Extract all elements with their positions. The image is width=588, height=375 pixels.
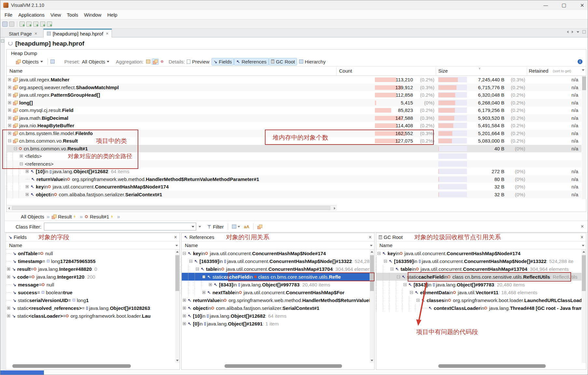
close-panel-icon[interactable] — [174, 234, 177, 240]
scrollbar-thumb[interactable] — [582, 76, 586, 90]
tree-row[interactable]: onlTable = null — [6, 249, 175, 257]
column-count[interactable]: Count — [339, 68, 352, 74]
tab-close-icon[interactable]: × — [106, 31, 108, 36]
scroll-right-icon[interactable] — [334, 207, 335, 210]
menu-applications[interactable]: Applications — [15, 12, 48, 18]
table-row[interactable]: +[10] in []java.lang.Object[]#12682 : 64… — [7, 168, 581, 175]
expander-icon[interactable]: − — [390, 268, 393, 271]
scroll-up-icon[interactable] — [176, 251, 179, 253]
tree-row[interactable]: −elementData in java.util.Vector#11 : 18… — [376, 288, 581, 296]
menu-window[interactable]: Window — [81, 12, 104, 18]
expander-icon[interactable]: − — [377, 252, 380, 255]
tree-row[interactable]: static serialVersionUID = long 1 — [6, 296, 175, 304]
column-retained[interactable]: Retained — [529, 68, 548, 74]
info-icon[interactable]: i — [578, 59, 582, 64]
pin-icon[interactable] — [73, 215, 76, 219]
column-size[interactable]: Size — [438, 68, 448, 74]
expander-icon[interactable]: + — [8, 109, 11, 112]
expander-icon[interactable]: + — [8, 132, 11, 135]
preview-toggle[interactable]: Preview — [185, 58, 211, 65]
table-row[interactable]: +java.math.BigDecimal147,588(0.3%)5,903,… — [7, 114, 581, 122]
tab-start-page[interactable]: Start Page × — [6, 30, 40, 37]
scroll-down-icon[interactable] — [371, 360, 373, 361]
expander-icon[interactable]: + — [7, 275, 10, 278]
expander-icon[interactable]: − — [8, 139, 11, 142]
panel-horizontal-scrollbar[interactable] — [225, 364, 342, 368]
add-coredump-icon[interactable] — [33, 21, 38, 27]
tree-row[interactable]: +result = java.lang.Integer#48820 : 0 — [6, 265, 175, 273]
scrollbar-thumb[interactable] — [12, 206, 330, 210]
panel-horizontal-scrollbar[interactable] — [438, 364, 546, 368]
expander-icon[interactable]: + — [8, 117, 11, 119]
expander-icon[interactable]: − — [202, 275, 205, 278]
table-row[interactable]: −<references> — [7, 160, 581, 168]
filter-type-icon[interactable] — [232, 225, 236, 229]
expander-icon[interactable]: + — [202, 291, 205, 294]
tree-row[interactable]: −table in java.util.concurrent.Concurren… — [182, 265, 370, 273]
tree-row[interactable]: −static cacheField in class cn.bms.core.… — [182, 273, 370, 281]
close-button[interactable] — [574, 0, 588, 10]
tree-row[interactable]: contextClassLoader in java.lang.Thread#4… — [376, 304, 581, 312]
add-heapdump-icon[interactable] — [40, 21, 45, 27]
tree-row[interactable]: +[0] in []java.lang.Object[]#12691 : 1 i… — [182, 320, 370, 327]
load-snapshot-icon[interactable] — [2, 21, 7, 27]
tree-row[interactable]: −classes in org.springframework.boot.loa… — [376, 296, 581, 304]
table-row[interactable]: +org.aspectj.weaver.reflect.ShadowMatchI… — [7, 84, 581, 91]
panel-vertical-scrollbar[interactable] — [370, 249, 374, 363]
tree-row[interactable]: −[8343] in []java.lang.Object[]#997783 :… — [376, 281, 581, 288]
expander-icon[interactable]: + — [8, 78, 11, 81]
references-toggle[interactable]: References — [234, 58, 269, 65]
scroll-down-icon[interactable] — [176, 360, 179, 361]
tree-row[interactable]: success = boolean true — [6, 288, 175, 296]
table-row[interactable]: −cn.bms.common.vo.Result#140 B(0%)n/a — [7, 145, 581, 153]
expander-icon[interactable]: + — [26, 193, 29, 196]
chevron-down-icon[interactable] — [238, 226, 240, 228]
match-case-icon[interactable] — [244, 224, 250, 229]
pin-icon[interactable] — [110, 215, 113, 219]
aggregation-types-icon[interactable] — [146, 60, 150, 63]
expander-icon[interactable]: + — [7, 307, 10, 310]
packages-icon[interactable] — [257, 225, 262, 229]
expander-icon[interactable]: − — [189, 260, 192, 263]
table-row[interactable]: +java.util.regex.Pattern$GroupHead[]112,… — [7, 91, 581, 99]
expander-icon[interactable]: + — [8, 101, 11, 104]
table-row[interactable]: +com.mysql.cj.result.Field85,823(0.2%)6,… — [7, 106, 581, 114]
table-row[interactable]: +key in java.util.concurrent.ConcurrentH… — [7, 183, 581, 191]
expander-icon[interactable]: − — [196, 268, 199, 271]
close-filter-icon[interactable] — [581, 224, 584, 229]
add-application-icon[interactable] — [20, 21, 25, 27]
scrollbar-thumb[interactable] — [175, 255, 179, 291]
table-row[interactable]: +java.util.regex.Matcher113,210(0.2%)7,2… — [7, 76, 581, 84]
table-row[interactable]: +cn.bms.system.file.model.FileInfo162,55… — [7, 130, 581, 137]
aggregation-classes-toggle[interactable] — [152, 59, 159, 65]
class-filter-input[interactable] — [44, 223, 196, 230]
expander-icon[interactable]: + — [183, 307, 186, 310]
gc-root-toggle[interactable]: GC Root — [269, 58, 297, 65]
tree-row[interactable]: −key in java.util.concurrent.ConcurrentH… — [182, 249, 370, 257]
column-name[interactable]: Name — [9, 68, 22, 74]
tree-row[interactable]: −key in java.util.concurrent.ConcurrentH… — [376, 249, 581, 257]
panel-horizontal-scrollbar[interactable] — [12, 364, 131, 368]
table-row[interactable]: +long[]5,415(0%)6,268,040 B(0.2%)n/a — [7, 99, 581, 107]
add-jmx-icon[interactable] — [26, 21, 32, 27]
expander-icon[interactable]: + — [20, 155, 23, 158]
expander-icon[interactable]: − — [417, 299, 419, 302]
column-selector-icon[interactable] — [175, 245, 178, 246]
close-panel-icon[interactable] — [581, 234, 583, 240]
tree-row[interactable]: +returnValue in org.springframework.web.… — [182, 296, 370, 304]
expander-icon[interactable]: + — [209, 283, 212, 286]
close-panel-icon[interactable] — [369, 234, 372, 240]
fields-column-header[interactable]: Name — [6, 242, 180, 249]
tabs-scroll-left-icon[interactable] — [567, 31, 568, 33]
filter-history-dropdown[interactable] — [197, 223, 203, 230]
filter-button[interactable]: Filter — [213, 224, 224, 229]
maximize-button[interactable] — [556, 0, 572, 10]
table-horizontal-scrollbar[interactable] — [7, 205, 337, 211]
expander-icon[interactable]: − — [410, 291, 413, 294]
references-column-header[interactable]: Name — [182, 242, 374, 249]
expander-icon[interactable]: − — [20, 162, 23, 165]
table-row[interactable]: +object in com.alibaba.fastjson.serializ… — [7, 191, 581, 199]
tree-row[interactable]: +static <resolved_references> = []java.l… — [6, 304, 175, 312]
expander-icon[interactable]: + — [183, 314, 186, 317]
minimized-panel-strip[interactable] — [0, 37, 5, 370]
